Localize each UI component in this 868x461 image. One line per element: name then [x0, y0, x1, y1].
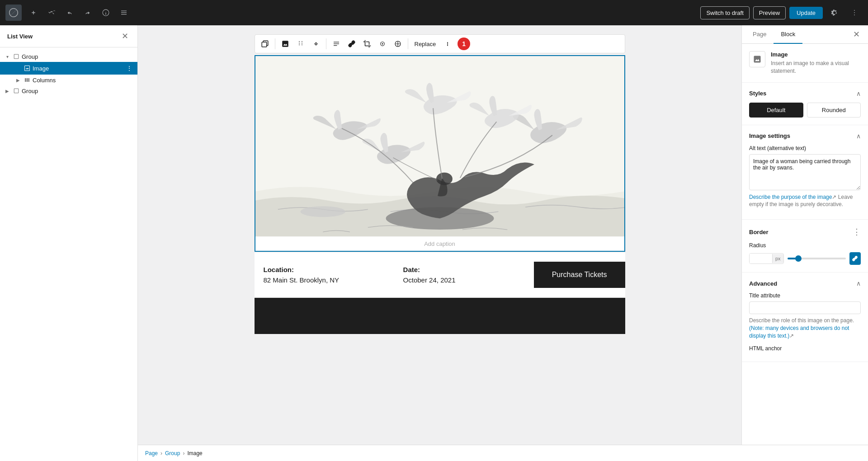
image-settings-section: Image settings ∧ Alt text (alternative t… [742, 125, 868, 220]
step-badge: 1 [458, 38, 470, 50]
circular-button[interactable] [391, 37, 405, 51]
radius-input-wrapper: px [749, 253, 784, 264]
more-options-button[interactable] [846, 5, 863, 21]
image-settings-title: Image settings [749, 132, 790, 139]
image-settings-header: Image settings ∧ [749, 132, 861, 140]
title-attribute-input[interactable] [749, 301, 861, 314]
list-view-tree: ▾ Group Image ⋮ ▶ Co [0, 47, 137, 100]
undo-button[interactable] [61, 5, 78, 21]
group-icon [13, 53, 20, 60]
breadcrumb-sep1: › [160, 450, 162, 456]
crop-button[interactable] [360, 37, 374, 51]
tab-page[interactable]: Page [745, 25, 774, 44]
image-settings-toggle[interactable]: ∧ [856, 132, 861, 140]
list-view-button[interactable] [116, 5, 132, 21]
breadcrumb-sep2: › [183, 450, 184, 456]
toolbar-divider2 [326, 38, 326, 49]
advanced-section: Advanced ∧ Title attribute Describe the … [742, 273, 868, 362]
image-item-more[interactable]: ⋮ [125, 64, 134, 73]
styles-row: Default Rounded [749, 103, 861, 118]
link-button[interactable] [344, 37, 359, 51]
location-value: 82 Main St. Brooklyn, NY [264, 276, 385, 284]
border-header: Border ⋮ [749, 227, 861, 237]
replace-button[interactable]: Replace [411, 39, 440, 49]
date-label: Date: [403, 266, 525, 273]
location-label: Location: [264, 266, 385, 273]
radius-slider[interactable] [788, 258, 846, 259]
main-layout: List View ✕ ▾ Group Image ⋮ [0, 25, 868, 461]
add-block-button[interactable] [25, 5, 42, 21]
wp-logo[interactable] [5, 5, 22, 21]
date-value: October 24, 2021 [403, 276, 525, 284]
group2-label: Group [22, 88, 134, 94]
image1-label: Image [33, 65, 123, 72]
title-attribute-note: Describe the role of this image on the p… [749, 317, 861, 339]
toolbar-right: Switch to draft Preview Update [700, 5, 863, 21]
advanced-section-toggle[interactable]: ∧ [856, 280, 861, 287]
breadcrumb-page[interactable]: Page [145, 450, 158, 456]
advanced-section-title: Advanced [749, 280, 777, 287]
black-decorative-bar [255, 298, 625, 334]
breadcrumb-group[interactable]: Group [165, 450, 180, 456]
radius-row: px [749, 252, 861, 265]
sidebar-close-button[interactable]: ✕ [848, 25, 864, 43]
align-button[interactable] [329, 37, 344, 51]
image-media-button[interactable] [278, 37, 292, 51]
radius-link-button[interactable] [849, 252, 861, 265]
title-note-link[interactable]: (Note: many devices and browsers do not … [749, 325, 849, 339]
block-toolbar: Replace 1 [255, 34, 625, 53]
info-button[interactable] [98, 5, 114, 21]
tree-item-group1[interactable]: ▾ Group [0, 51, 137, 62]
styles-section-title: Styles [749, 90, 766, 97]
list-view-title: List View [7, 33, 33, 40]
move-up-down-button[interactable] [309, 37, 323, 51]
copy-block-button[interactable] [258, 37, 272, 51]
svg-point-3 [300, 206, 345, 217]
swan-illustration [255, 56, 624, 237]
alt-text-label: Alt text (alternative text) [749, 145, 861, 151]
drag-handle[interactable] [293, 37, 308, 51]
block-desc: Insert an image to make a visual stateme… [771, 60, 861, 75]
tree-toggle-image1 [14, 65, 22, 72]
top-toolbar: Switch to draft Preview Update [0, 0, 868, 25]
tree-item-image1[interactable]: Image ⋮ [0, 62, 137, 75]
breadcrumb: Page › Group › Image [138, 445, 868, 461]
breadcrumb-image: Image [187, 450, 202, 456]
image-icon [24, 65, 31, 72]
columns-label: Columns [33, 77, 134, 84]
radius-input[interactable] [750, 254, 772, 263]
advanced-section-header: Advanced ∧ [749, 280, 861, 287]
image-block[interactable]: Add caption [255, 55, 625, 252]
purchase-tickets-button[interactable]: Purchase Tickets [534, 262, 625, 288]
style-rounded-button[interactable]: Rounded [807, 103, 861, 118]
preview-button[interactable]: Preview [753, 6, 786, 19]
styles-section: Styles ∧ Default Rounded [742, 83, 868, 125]
tree-item-columns[interactable]: ▶ Columns [0, 75, 137, 85]
redo-button[interactable] [80, 5, 96, 21]
border-section-title: Border [749, 229, 769, 235]
group2-icon [13, 87, 20, 94]
image-caption[interactable]: Add caption [255, 237, 624, 251]
update-button[interactable]: Update [789, 7, 823, 19]
right-sidebar: Page Block ✕ Image Insert an image to ma… [741, 25, 868, 461]
tab-block[interactable]: Block [774, 25, 802, 44]
block-name: Image [771, 51, 861, 58]
alt-text-link[interactable]: Describe the purpose of the image [749, 194, 832, 200]
style-default-button[interactable]: Default [749, 103, 803, 118]
block-more-options[interactable] [440, 37, 455, 51]
title-attribute-label: Title attribute [749, 292, 861, 299]
alt-text-note: Describe the purpose of the image↗ Leave… [749, 193, 861, 209]
settings-button[interactable] [826, 5, 843, 21]
info-row: Location: 82 Main St. Brooklyn, NY Date:… [255, 253, 625, 297]
styles-section-toggle[interactable]: ∧ [856, 90, 861, 97]
edit-button[interactable] [43, 5, 60, 21]
focal-point-button[interactable] [375, 37, 390, 51]
switch-draft-button[interactable]: Switch to draft [700, 6, 749, 19]
border-options-button[interactable]: ⋮ [853, 227, 861, 237]
location-col: Location: 82 Main St. Brooklyn, NY [255, 266, 394, 284]
alt-text-input[interactable] [749, 154, 861, 190]
list-view-close-button[interactable]: ✕ [119, 31, 130, 42]
radius-label: Radius [749, 242, 861, 249]
tree-toggle-group2: ▶ [4, 87, 11, 94]
tree-item-group2[interactable]: ▶ Group [0, 85, 137, 96]
